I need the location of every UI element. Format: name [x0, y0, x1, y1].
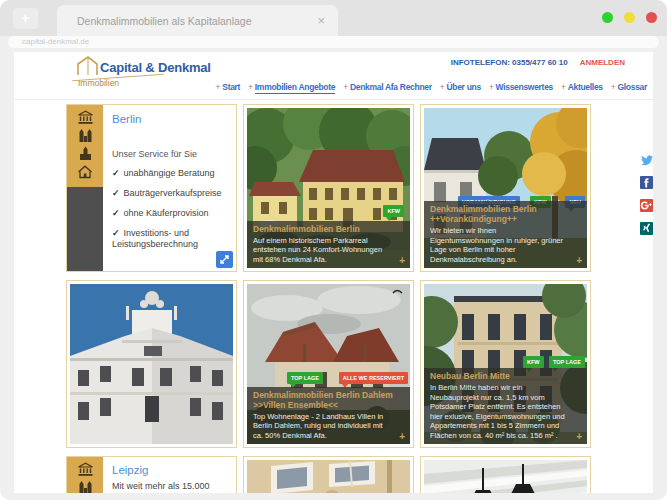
- leipzig-text: Mit weit mehr als 15.000 Denkmal- geschü…: [112, 481, 229, 493]
- nav-plus-icon: +: [440, 82, 445, 92]
- property-card-facade[interactable]: [66, 280, 237, 448]
- property-card-loft[interactable]: [420, 456, 591, 493]
- new-tab-button[interactable]: +: [13, 8, 38, 29]
- property-card-beige-facade[interactable]: [243, 456, 414, 493]
- property-card-neubau[interactable]: KFW TOP LAGE Neubau Berlin Mitte In Berl…: [420, 280, 591, 448]
- window-controls: [602, 12, 657, 23]
- service-item: ✓Investitions- und Leistungsberechnung: [112, 228, 229, 250]
- more-link[interactable]: +: [576, 431, 582, 442]
- card-description: Wir bieten wir Ihnen Eigentumswohnungen …: [430, 226, 571, 264]
- logo-subtitle: Immobilien: [78, 78, 119, 88]
- property-photo: KFW TOP LAGE Neubau Berlin Mitte In Berl…: [424, 284, 587, 444]
- property-photo: KFW Denkmalimmobilien Berlin Auf einem h…: [247, 108, 410, 268]
- check-icon: ✓: [112, 168, 120, 178]
- berlin-service-card: Berlin Unser Service für Sie ✓unabhängig…: [66, 104, 237, 272]
- google-plus-icon[interactable]: [640, 199, 653, 212]
- service-item: ✓unabhängige Beratung: [112, 168, 229, 179]
- tab-close-icon[interactable]: ×: [317, 5, 325, 36]
- check-icon: ✓: [112, 208, 120, 218]
- nav-item-wissenswertes[interactable]: +Wissenswertes: [489, 82, 553, 92]
- info-phone: INFOTELEFON: 0355/477 60 10: [451, 58, 568, 67]
- nav-item-denkmal-afa-rechner[interactable]: +Denkmal Afa Rechner: [343, 82, 432, 92]
- site-header: Capital & Denkmal Immobilien INFOTELEFON…: [14, 52, 653, 100]
- check-icon: ✓: [112, 188, 120, 198]
- property-card-park[interactable]: KFW Denkmalimmobilien Berlin Auf einem h…: [243, 104, 414, 272]
- service-list: ✓unabhängige Beratung ✓Bauträgerverkaufs…: [112, 168, 229, 259]
- expand-arrows-icon: [219, 254, 230, 265]
- more-link[interactable]: +: [399, 255, 405, 266]
- nav-plus-icon: +: [561, 82, 566, 92]
- card-title[interactable]: Neubau Berlin Mitte: [430, 371, 571, 381]
- more-link[interactable]: +: [576, 255, 582, 266]
- nav-item-aktuelles[interactable]: +Aktuelles: [561, 82, 603, 92]
- nav-plus-icon: +: [343, 82, 348, 92]
- check-icon: ✓: [112, 228, 120, 238]
- badge-kfw: KFW: [523, 356, 544, 368]
- property-card-vorankuendigung[interactable]: VORANKÜNDIGUNG KFW NEU Denkmalimmobilien…: [420, 104, 591, 272]
- xing-icon[interactable]: [640, 222, 653, 235]
- nav-item-start[interactable]: +Start: [216, 82, 241, 92]
- card-overlay: Neubau Berlin Mitte In Berlin Mitte habe…: [424, 368, 587, 444]
- nav-item-glossar[interactable]: +Glossar: [611, 82, 647, 92]
- login-link[interactable]: ANMELDEN: [580, 58, 625, 67]
- card-description: Auf einem historischem Parkarreal entste…: [253, 236, 394, 265]
- card-title[interactable]: Denkmalimmobilien Berlin: [253, 224, 394, 234]
- card-title[interactable]: Denkmalimmobilien Berlin Dahlem >>Villen…: [253, 390, 394, 410]
- nav-plus-icon: +: [489, 82, 494, 92]
- url-row: capital-denkmal.de: [0, 36, 667, 52]
- category-icon-strip: [67, 457, 103, 493]
- property-photo: [70, 284, 233, 444]
- facebook-icon[interactable]: [640, 176, 653, 189]
- nav-plus-icon: +: [611, 82, 616, 92]
- tab-title: Denkmalimmobilien als Kapitalanlage: [57, 5, 338, 37]
- window-control-green[interactable]: [602, 12, 613, 23]
- address-bar[interactable]: capital-denkmal.de: [8, 36, 659, 48]
- twitter-icon[interactable]: [640, 153, 653, 166]
- property-card-dahlem[interactable]: TOP LAGE ALLE WE RESERVIERT Denkmalimmob…: [243, 280, 414, 448]
- city-link-berlin[interactable]: Berlin: [112, 113, 141, 125]
- header-contact: INFOTELEFON: 0355/477 60 10 ANMELDEN: [451, 58, 625, 67]
- nav-plus-icon: +: [248, 82, 253, 92]
- main-nav: +Start +Immobilien Angebote +Denkmal Afa…: [216, 82, 647, 92]
- nav-item-immobilien-angebote[interactable]: +Immobilien Angebote: [248, 82, 335, 92]
- category-icon-strip-top: [67, 457, 103, 493]
- service-item: ✓ohne Käuferprovision: [112, 208, 229, 219]
- nav-item-ueber-uns[interactable]: +Über uns: [440, 82, 481, 92]
- nav-plus-icon: +: [216, 82, 221, 92]
- house-icon[interactable]: [77, 164, 93, 179]
- property-photo: [247, 460, 410, 493]
- card-title[interactable]: Denkmalimmobilien Berlin ++Vorankündigun…: [430, 204, 571, 224]
- card-overlay: Denkmalimmobilien Berlin ++Vorankündigun…: [424, 201, 587, 268]
- church-towers-icon[interactable]: [78, 480, 93, 493]
- category-icon-strip-top: [67, 105, 103, 187]
- city-link-leipzig[interactable]: Leipzig: [112, 464, 148, 476]
- card-overlay: Denkmalimmobilien Berlin Auf einem histo…: [247, 221, 410, 269]
- historic-facade-illustration: [70, 284, 233, 444]
- bank-building-icon[interactable]: [77, 110, 94, 125]
- church-icon[interactable]: [78, 146, 93, 161]
- logo-house-icon: [74, 55, 100, 77]
- window-control-yellow[interactable]: [624, 12, 635, 23]
- browser-tab[interactable]: Denkmalimmobilien als Kapitalanlage ×: [57, 5, 338, 36]
- bank-building-icon[interactable]: [77, 462, 94, 477]
- badge-top-lage: TOP LAGE: [549, 356, 585, 368]
- webpage: Capital & Denkmal Immobilien INFOTELEFON…: [14, 52, 653, 493]
- church-towers-icon[interactable]: [78, 128, 93, 143]
- beige-facade-illustration: [247, 460, 410, 493]
- property-photo: VORANKÜNDIGUNG KFW NEU Denkmalimmobilien…: [424, 108, 587, 268]
- badge-kfw: KFW: [383, 205, 404, 217]
- badge-alle-we-reserviert: ALLE WE RESERVIERT: [339, 372, 408, 384]
- property-photo: TOP LAGE ALLE WE RESERVIERT Denkmalimmob…: [247, 284, 410, 444]
- browser-tab-bar: + Denkmalimmobilien als Kapitalanlage ×: [0, 0, 667, 36]
- card-description: In Berlin Mitte haben wir ein Neubauproj…: [430, 383, 571, 440]
- expand-button[interactable]: [216, 251, 233, 268]
- card-overlay: Denkmalimmobilien Berlin Dahlem >>Villen…: [247, 387, 410, 445]
- leipzig-service-card: Leipzig Mit weit mehr als 15.000 Denkmal…: [66, 456, 237, 493]
- card-description: Top Wohnenlage - 2 Landhaus Villen in Be…: [253, 412, 394, 441]
- more-link[interactable]: +: [399, 431, 405, 442]
- logo-title[interactable]: Capital & Denkmal: [100, 60, 211, 75]
- window-control-red[interactable]: [646, 12, 657, 23]
- social-share-bar: [640, 153, 653, 245]
- badge-top-lage: TOP LAGE: [287, 372, 323, 384]
- browser-window: + Denkmalimmobilien als Kapitalanlage × …: [0, 0, 667, 500]
